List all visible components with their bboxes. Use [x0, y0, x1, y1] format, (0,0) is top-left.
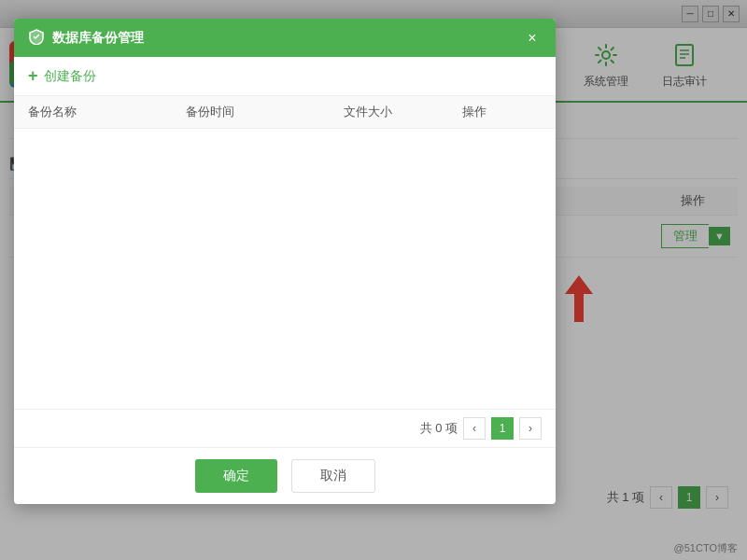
col-name-header: 备份名称: [28, 104, 186, 120]
modal-page-1-btn[interactable]: 1: [491, 417, 514, 440]
create-backup-label: 创建备份: [44, 68, 96, 85]
modal-title: 数据库备份管理: [28, 28, 144, 48]
modal-title-icon: [28, 28, 45, 48]
modal-total-text: 共 0 项: [420, 420, 458, 437]
col-action-header: 操作: [462, 104, 542, 120]
plus-icon: +: [28, 66, 38, 86]
modal-prev-btn[interactable]: ‹: [463, 417, 486, 440]
modal-dialog: 数据库备份管理 × + 创建备份 备份名称 备份时间 文件大小 操作 共 0 项…: [14, 19, 556, 504]
modal-table-header: 备份名称 备份时间 文件大小 操作: [14, 96, 556, 129]
confirm-button[interactable]: 确定: [195, 459, 277, 493]
create-backup-button[interactable]: + 创建备份: [28, 66, 96, 86]
modal-close-button[interactable]: ×: [523, 29, 542, 48]
col-size-header: 文件大小: [344, 104, 462, 120]
modal-pagination: 共 0 项 ‹ 1 ›: [14, 409, 556, 447]
modal-header: 数据库备份管理 ×: [14, 19, 556, 57]
modal-title-text: 数据库备份管理: [52, 30, 144, 47]
modal-next-btn[interactable]: ›: [519, 417, 542, 440]
modal-body: [14, 129, 556, 409]
col-time-header: 备份时间: [186, 104, 344, 120]
modal-footer: 确定 取消: [14, 447, 556, 504]
cancel-button[interactable]: 取消: [291, 459, 375, 493]
modal-toolbar: + 创建备份: [14, 57, 556, 96]
